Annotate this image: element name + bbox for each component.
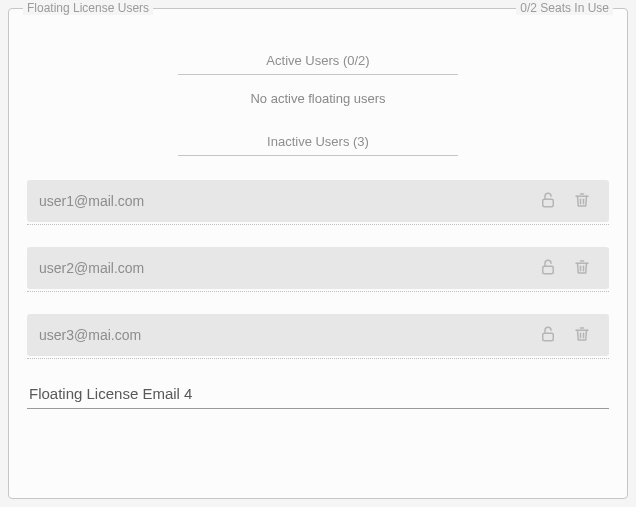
user-row-wrap: user1@mail.com [27,180,609,225]
floating-license-panel: Floating License Users 0/2 Seats In Use … [8,8,628,499]
user-email: user2@mail.com [39,260,529,276]
unlock-button[interactable] [533,320,563,350]
row-divider [27,224,609,225]
unlock-icon [539,258,557,279]
user-row-wrap: user2@mail.com [27,247,609,292]
inactive-user-list: user1@mail.com user2@mail.com [27,180,609,359]
row-divider [27,291,609,292]
add-email-row [27,379,609,409]
list-item: user2@mail.com [27,247,609,289]
seats-status: 0/2 Seats In Use [516,1,613,15]
active-users-heading-wrap: Active Users (0/2) [27,53,609,75]
floating-license-email-input[interactable] [27,379,609,409]
panel-title: Floating License Users [23,1,153,15]
unlock-button[interactable] [533,186,563,216]
active-users-empty: No active floating users [27,91,609,106]
list-item: user3@mai.com [27,314,609,356]
user-email: user1@mail.com [39,193,529,209]
row-divider [27,358,609,359]
svg-rect-2 [543,333,554,341]
delete-button[interactable] [567,186,597,216]
unlock-button[interactable] [533,253,563,283]
inactive-users-heading: Inactive Users (3) [178,134,458,156]
delete-button[interactable] [567,320,597,350]
list-item: user1@mail.com [27,180,609,222]
user-row-wrap: user3@mai.com [27,314,609,359]
unlock-icon [539,191,557,212]
delete-icon [573,191,591,212]
delete-icon [573,258,591,279]
svg-rect-0 [543,199,554,207]
active-users-heading: Active Users (0/2) [178,53,458,75]
delete-icon [573,325,591,346]
svg-rect-1 [543,266,554,274]
user-email: user3@mai.com [39,327,529,343]
unlock-icon [539,325,557,346]
inactive-users-heading-wrap: Inactive Users (3) [27,134,609,156]
delete-button[interactable] [567,253,597,283]
